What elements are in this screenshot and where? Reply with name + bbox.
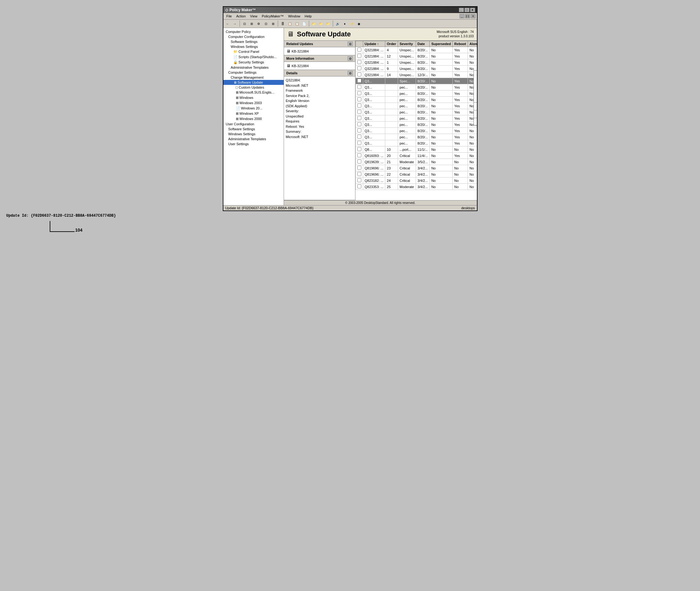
row-checkbox[interactable] bbox=[356, 122, 363, 128]
sidebar-item-windows-xp[interactable]: ⊞ Windows XP bbox=[223, 111, 284, 116]
table-row[interactable]: Q3... pec... 8/20/... No Yes No bbox=[356, 134, 477, 140]
sidebar-item-custom-updates[interactable]: □ Custom Updates bbox=[223, 85, 284, 90]
col-date[interactable]: Date bbox=[416, 41, 430, 47]
col-update[interactable]: Update ↑ bbox=[363, 41, 385, 47]
row-checkbox[interactable] bbox=[356, 171, 363, 178]
checkbox-input[interactable] bbox=[357, 110, 361, 114]
toolbar-btn10[interactable]: 📁 bbox=[311, 20, 317, 27]
ctx-action[interactable]: Action ▶ bbox=[474, 71, 477, 77]
menu-window[interactable]: Window bbox=[286, 14, 302, 19]
sidebar-item-windows-settings[interactable]: Windows Settings bbox=[223, 44, 284, 49]
sidebar-item-software-update[interactable]: 🖥 Software Update bbox=[223, 80, 284, 85]
table-row[interactable]: Q3... pec... 8/20/... No Yes No bbox=[356, 140, 477, 146]
table-row[interactable]: Q321884: ... 9 Unspec... 8/20/... No Yes… bbox=[356, 66, 477, 72]
sidebar-item-windows-20[interactable]: 📄 Windows 20... bbox=[223, 106, 284, 111]
toolbar-btn16[interactable]: ◉ bbox=[356, 20, 362, 27]
toolbar-btn6[interactable]: 🗄 bbox=[280, 20, 286, 27]
row-checkbox[interactable] bbox=[356, 66, 363, 72]
close-button[interactable]: X bbox=[470, 8, 475, 12]
sidebar-item-user-software[interactable]: Software Settings bbox=[223, 127, 284, 132]
ctx-properties[interactable]: Properties bbox=[474, 111, 477, 117]
checkbox-input[interactable] bbox=[357, 104, 361, 108]
toolbar-btn1[interactable]: ⊡ bbox=[241, 20, 248, 27]
sidebar-item-software-settings[interactable]: Software Settings bbox=[223, 39, 284, 44]
sidebar-item-computer-policy[interactable]: Computer Policy bbox=[223, 29, 284, 34]
row-checkbox[interactable] bbox=[356, 159, 363, 165]
row-checkbox[interactable] bbox=[356, 103, 363, 109]
checkbox-input[interactable] bbox=[357, 122, 361, 126]
checkbox-input[interactable] bbox=[357, 172, 361, 176]
toolbar-btn8[interactable]: 📋 bbox=[294, 20, 300, 27]
toolbar-btn11[interactable]: 📁 bbox=[318, 20, 324, 27]
kb-label[interactable]: KB-321884 bbox=[292, 50, 309, 53]
table-row[interactable]: Q3... pec... 8/20/... No Yes No bbox=[356, 115, 477, 122]
row-checkbox[interactable] bbox=[356, 184, 363, 190]
toolbar-btn7[interactable]: 📋 bbox=[287, 20, 293, 27]
menu-help[interactable]: Help bbox=[303, 14, 314, 19]
row-checkbox[interactable] bbox=[356, 72, 363, 78]
table-row[interactable]: Q823353: ... 25 Moderate 3/4/2... No No … bbox=[356, 184, 477, 190]
table-row[interactable]: Q321884: ... 14 Unspec... 12/3/... No Ye… bbox=[356, 72, 477, 78]
col-alone[interactable]: Alone bbox=[468, 41, 477, 47]
table-row[interactable]: Q3... pec... 8/20/... No Yes No bbox=[356, 97, 477, 103]
toolbar-btn3[interactable]: ⚙ bbox=[256, 20, 262, 27]
table-row[interactable]: Q816093: ... 20 Critical 11/4/... No Yes… bbox=[356, 153, 477, 159]
menu-file[interactable]: File bbox=[225, 14, 234, 19]
row-checkbox[interactable] bbox=[356, 115, 363, 122]
ctx-merge[interactable]: Merge bbox=[474, 89, 477, 95]
row-checkbox[interactable] bbox=[356, 78, 363, 84]
row-checkbox[interactable] bbox=[356, 128, 363, 134]
toolbar-forward[interactable]: → bbox=[232, 20, 238, 27]
maximize-button[interactable]: □ bbox=[465, 8, 469, 12]
sidebar-item-admin-templates[interactable]: Administrative Templates bbox=[223, 65, 284, 70]
row-checkbox[interactable] bbox=[356, 53, 363, 59]
ctx-report[interactable]: Report ▶ bbox=[474, 83, 477, 89]
toolbar-btn14[interactable]: ♦ bbox=[342, 20, 348, 27]
menu-restore-button[interactable]: |□| bbox=[465, 14, 470, 18]
col-reboot[interactable]: Reboot bbox=[453, 41, 468, 47]
checkbox-input[interactable] bbox=[357, 147, 361, 151]
row-checkbox[interactable] bbox=[356, 59, 363, 66]
toolbar-btn2[interactable]: ⊞ bbox=[248, 20, 255, 27]
checkbox-input[interactable] bbox=[357, 97, 361, 102]
table-row[interactable]: Q3... Spec... 8/20/... No Yes No bbox=[356, 78, 477, 84]
table-row[interactable]: Q823182: ... 24 Critical 3/4/2... No No … bbox=[356, 178, 477, 184]
checkbox-input[interactable] bbox=[357, 48, 361, 52]
table-row[interactable]: Q321884: ... 12 Unspec... 8/20/... No Ye… bbox=[356, 53, 477, 59]
table-row[interactable]: Q3... pec... 8/20/... No Yes No bbox=[356, 109, 477, 115]
menu-close-button[interactable]: X bbox=[471, 14, 476, 18]
sidebar-item-scripts[interactable]: 📄 Scripts (Startup/Shutdo... bbox=[223, 54, 284, 60]
toolbar-btn9[interactable]: 📄 bbox=[301, 20, 307, 27]
checkbox-input[interactable] bbox=[357, 159, 361, 163]
row-checkbox[interactable] bbox=[356, 47, 363, 53]
menu-bar-controls[interactable]: _ |□| X bbox=[460, 14, 476, 18]
checkbox-input[interactable] bbox=[357, 135, 361, 139]
checkbox-input[interactable] bbox=[357, 184, 361, 188]
sidebar-item-user-settings[interactable]: User Settings bbox=[223, 141, 284, 146]
checkbox-input[interactable] bbox=[357, 54, 361, 58]
checkbox-input[interactable] bbox=[357, 66, 361, 70]
sidebar-item-ms-sus[interactable]: ⊞ Microsoft.SUS.Englis... bbox=[223, 90, 284, 95]
sidebar-item-user-windows[interactable]: Windows Settings bbox=[223, 132, 284, 136]
row-checkbox[interactable] bbox=[356, 109, 363, 115]
row-checkbox[interactable] bbox=[356, 97, 363, 103]
checkbox-input[interactable] bbox=[357, 178, 361, 182]
row-checkbox[interactable] bbox=[356, 165, 363, 171]
row-checkbox[interactable] bbox=[356, 90, 363, 97]
sidebar-item-windows-2000[interactable]: ⊞ Windows 2000 bbox=[223, 116, 284, 122]
sidebar-item-windows[interactable]: ⊞ Windows bbox=[223, 95, 284, 101]
details-collapse[interactable]: ⊙ bbox=[348, 71, 353, 75]
row-checkbox[interactable] bbox=[356, 178, 363, 184]
menu-policymaker[interactable]: PolicyMaker™ bbox=[260, 14, 286, 19]
checkbox-input[interactable] bbox=[357, 85, 361, 89]
table-row[interactable]: Q321884: ... 1 Unspec... 8/20/... No Yes… bbox=[356, 59, 477, 66]
ctx-bulletins[interactable]: Bulletins ▶ bbox=[474, 95, 477, 102]
table-row[interactable]: Q321884: ... 4 Unspec... 8/20/... No Yes… bbox=[356, 47, 477, 53]
checkbox-input[interactable] bbox=[357, 166, 361, 170]
ctx-refresh[interactable]: Refresh bbox=[474, 103, 477, 110]
related-updates-collapse[interactable]: ⊙ bbox=[348, 42, 353, 46]
row-checkbox[interactable] bbox=[356, 84, 363, 90]
checkbox-input[interactable] bbox=[357, 60, 361, 64]
table-row[interactable]: Q8... 10 ...port... 11/1/... No No No bbox=[356, 146, 477, 153]
col-severity[interactable]: Severity bbox=[398, 41, 416, 47]
